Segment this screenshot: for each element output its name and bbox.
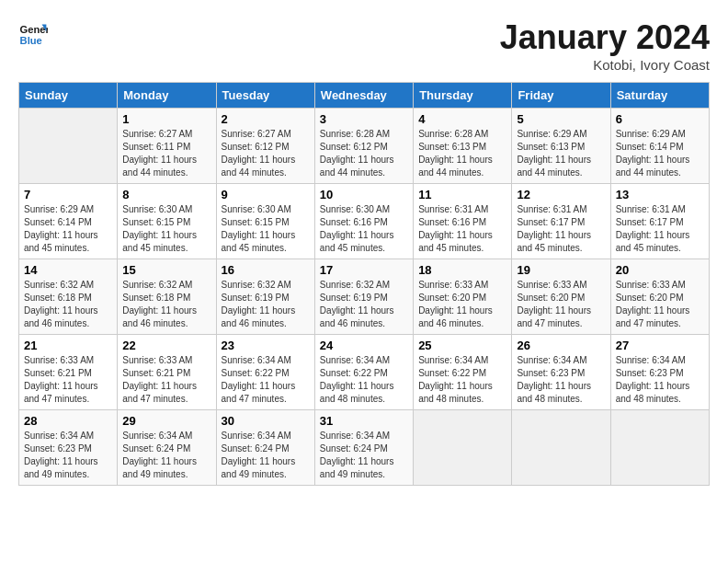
day-info: Sunrise: 6:29 AMSunset: 6:14 PMDaylight:… xyxy=(24,203,112,255)
day-number: 28 xyxy=(24,414,112,428)
day-info: Sunrise: 6:32 AMSunset: 6:18 PMDaylight:… xyxy=(24,279,112,330)
calendar-cell: 13Sunrise: 6:31 AMSunset: 6:17 PMDayligh… xyxy=(610,184,709,259)
day-number: 30 xyxy=(222,414,310,428)
day-number: 19 xyxy=(517,263,605,277)
day-info: Sunrise: 6:34 AMSunset: 6:24 PMDaylight:… xyxy=(122,430,210,481)
calendar-cell: 28Sunrise: 6:34 AMSunset: 6:23 PMDayligh… xyxy=(19,410,118,486)
day-number: 7 xyxy=(24,188,112,201)
calendar-cell xyxy=(610,410,709,486)
day-info: Sunrise: 6:28 AMSunset: 6:12 PMDaylight:… xyxy=(320,128,408,179)
header-cell-tuesday: Tuesday xyxy=(216,83,314,109)
day-number: 8 xyxy=(122,188,210,201)
calendar-cell: 27Sunrise: 6:34 AMSunset: 6:23 PMDayligh… xyxy=(610,335,709,410)
day-number: 1 xyxy=(122,112,210,126)
logo-icon: General Blue xyxy=(18,18,48,48)
day-number: 18 xyxy=(418,263,506,277)
day-info: Sunrise: 6:34 AMSunset: 6:23 PMDaylight:… xyxy=(517,354,605,406)
calendar-cell: 17Sunrise: 6:32 AMSunset: 6:19 PMDayligh… xyxy=(314,259,413,335)
day-number: 17 xyxy=(320,263,408,277)
day-info: Sunrise: 6:34 AMSunset: 6:22 PMDaylight:… xyxy=(418,354,506,406)
calendar-cell: 24Sunrise: 6:34 AMSunset: 6:22 PMDayligh… xyxy=(314,335,413,410)
calendar-table: SundayMondayTuesdayWednesdayThursdayFrid… xyxy=(18,82,710,486)
calendar-cell: 9Sunrise: 6:30 AMSunset: 6:15 PMDaylight… xyxy=(216,184,314,259)
day-info: Sunrise: 6:33 AMSunset: 6:21 PMDaylight:… xyxy=(122,354,210,406)
day-info: Sunrise: 6:29 AMSunset: 6:14 PMDaylight:… xyxy=(616,128,704,179)
week-row-1: 1Sunrise: 6:27 AMSunset: 6:11 PMDaylight… xyxy=(19,109,710,184)
day-number: 24 xyxy=(320,339,408,352)
calendar-header-row: SundayMondayTuesdayWednesdayThursdayFrid… xyxy=(19,83,710,109)
calendar-cell xyxy=(414,410,512,486)
header-cell-thursday: Thursday xyxy=(414,83,512,109)
day-number: 20 xyxy=(616,263,704,277)
day-info: Sunrise: 6:30 AMSunset: 6:16 PMDaylight:… xyxy=(320,203,408,255)
day-info: Sunrise: 6:28 AMSunset: 6:13 PMDaylight:… xyxy=(418,128,506,179)
day-number: 13 xyxy=(616,188,704,201)
calendar-cell: 19Sunrise: 6:33 AMSunset: 6:20 PMDayligh… xyxy=(512,259,610,335)
day-number: 27 xyxy=(616,339,704,352)
calendar-cell: 7Sunrise: 6:29 AMSunset: 6:14 PMDaylight… xyxy=(19,184,118,259)
day-info: Sunrise: 6:31 AMSunset: 6:16 PMDaylight:… xyxy=(418,203,506,255)
day-number: 31 xyxy=(320,414,408,428)
calendar-cell: 31Sunrise: 6:34 AMSunset: 6:24 PMDayligh… xyxy=(314,410,413,486)
week-row-5: 28Sunrise: 6:34 AMSunset: 6:23 PMDayligh… xyxy=(19,410,710,486)
day-info: Sunrise: 6:31 AMSunset: 6:17 PMDaylight:… xyxy=(517,203,605,255)
calendar-cell: 1Sunrise: 6:27 AMSunset: 6:11 PMDaylight… xyxy=(118,109,216,184)
day-number: 14 xyxy=(24,263,112,277)
day-number: 10 xyxy=(320,188,408,201)
calendar-cell xyxy=(19,109,118,184)
day-number: 9 xyxy=(222,188,310,201)
day-info: Sunrise: 6:30 AMSunset: 6:15 PMDaylight:… xyxy=(222,203,310,255)
calendar-cell: 4Sunrise: 6:28 AMSunset: 6:13 PMDaylight… xyxy=(414,109,512,184)
day-number: 15 xyxy=(122,263,210,277)
location-subtitle: Kotobi, Ivory Coast xyxy=(500,57,710,73)
week-row-2: 7Sunrise: 6:29 AMSunset: 6:14 PMDaylight… xyxy=(19,184,710,259)
calendar-cell: 30Sunrise: 6:34 AMSunset: 6:24 PMDayligh… xyxy=(216,410,314,486)
calendar-cell: 22Sunrise: 6:33 AMSunset: 6:21 PMDayligh… xyxy=(118,335,216,410)
svg-text:Blue: Blue xyxy=(20,35,42,46)
day-info: Sunrise: 6:29 AMSunset: 6:13 PMDaylight:… xyxy=(517,128,605,179)
week-row-3: 14Sunrise: 6:32 AMSunset: 6:18 PMDayligh… xyxy=(19,259,710,335)
calendar-cell: 26Sunrise: 6:34 AMSunset: 6:23 PMDayligh… xyxy=(512,335,610,410)
calendar-cell: 8Sunrise: 6:30 AMSunset: 6:15 PMDaylight… xyxy=(118,184,216,259)
day-number: 25 xyxy=(418,339,506,352)
month-title: January 2024 xyxy=(500,18,710,57)
header: General Blue January 2024 Kotobi, Ivory … xyxy=(18,18,710,73)
title-area: January 2024 Kotobi, Ivory Coast xyxy=(500,18,710,73)
header-cell-wednesday: Wednesday xyxy=(314,83,413,109)
calendar-cell: 21Sunrise: 6:33 AMSunset: 6:21 PMDayligh… xyxy=(19,335,118,410)
calendar-cell: 29Sunrise: 6:34 AMSunset: 6:24 PMDayligh… xyxy=(118,410,216,486)
calendar-cell: 5Sunrise: 6:29 AMSunset: 6:13 PMDaylight… xyxy=(512,109,610,184)
day-number: 16 xyxy=(222,263,310,277)
calendar-cell: 6Sunrise: 6:29 AMSunset: 6:14 PMDaylight… xyxy=(610,109,709,184)
calendar-cell: 25Sunrise: 6:34 AMSunset: 6:22 PMDayligh… xyxy=(414,335,512,410)
day-number: 4 xyxy=(418,112,506,126)
day-number: 23 xyxy=(222,339,310,352)
calendar-cell: 20Sunrise: 6:33 AMSunset: 6:20 PMDayligh… xyxy=(610,259,709,335)
header-cell-sunday: Sunday xyxy=(19,83,118,109)
calendar-cell: 11Sunrise: 6:31 AMSunset: 6:16 PMDayligh… xyxy=(414,184,512,259)
week-row-4: 21Sunrise: 6:33 AMSunset: 6:21 PMDayligh… xyxy=(19,335,710,410)
day-info: Sunrise: 6:27 AMSunset: 6:12 PMDaylight:… xyxy=(222,128,310,179)
day-info: Sunrise: 6:33 AMSunset: 6:21 PMDaylight:… xyxy=(24,354,112,406)
day-info: Sunrise: 6:33 AMSunset: 6:20 PMDaylight:… xyxy=(418,279,506,330)
calendar-cell: 16Sunrise: 6:32 AMSunset: 6:19 PMDayligh… xyxy=(216,259,314,335)
calendar-cell: 23Sunrise: 6:34 AMSunset: 6:22 PMDayligh… xyxy=(216,335,314,410)
day-info: Sunrise: 6:34 AMSunset: 6:23 PMDaylight:… xyxy=(616,354,704,406)
header-cell-saturday: Saturday xyxy=(610,83,709,109)
day-number: 5 xyxy=(517,112,605,126)
calendar-cell: 10Sunrise: 6:30 AMSunset: 6:16 PMDayligh… xyxy=(314,184,413,259)
calendar-cell: 3Sunrise: 6:28 AMSunset: 6:12 PMDaylight… xyxy=(314,109,413,184)
day-number: 6 xyxy=(616,112,704,126)
day-number: 29 xyxy=(122,414,210,428)
day-number: 26 xyxy=(517,339,605,352)
calendar-cell: 18Sunrise: 6:33 AMSunset: 6:20 PMDayligh… xyxy=(414,259,512,335)
day-number: 11 xyxy=(418,188,506,201)
day-info: Sunrise: 6:33 AMSunset: 6:20 PMDaylight:… xyxy=(616,279,704,330)
day-info: Sunrise: 6:31 AMSunset: 6:17 PMDaylight:… xyxy=(616,203,704,255)
day-info: Sunrise: 6:34 AMSunset: 6:22 PMDaylight:… xyxy=(320,354,408,406)
logo: General Blue xyxy=(18,18,48,48)
calendar-cell: 14Sunrise: 6:32 AMSunset: 6:18 PMDayligh… xyxy=(19,259,118,335)
day-info: Sunrise: 6:32 AMSunset: 6:19 PMDaylight:… xyxy=(320,279,408,330)
day-info: Sunrise: 6:32 AMSunset: 6:19 PMDaylight:… xyxy=(222,279,310,330)
day-number: 12 xyxy=(517,188,605,201)
